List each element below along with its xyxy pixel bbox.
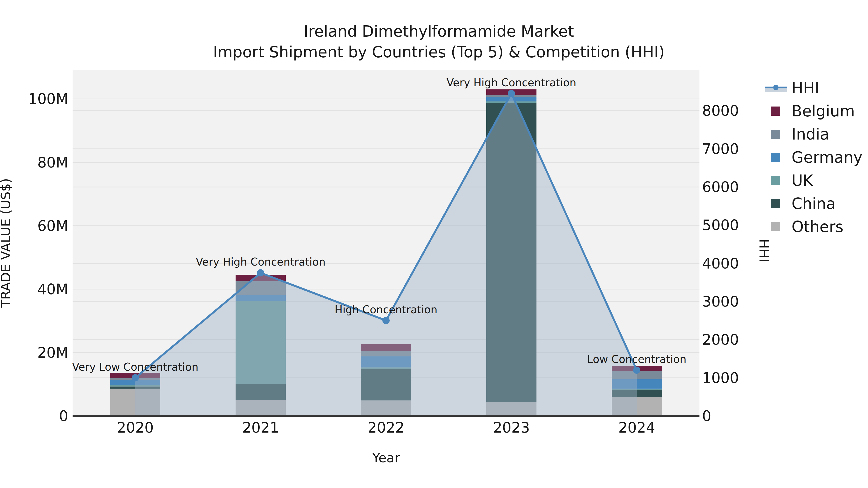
y-left-tick-0: 0 xyxy=(59,408,68,424)
x-tick-2022: 2022 xyxy=(368,419,405,436)
legend-label-india: India xyxy=(792,125,830,143)
legend-label-belgium: Belgium xyxy=(792,102,855,120)
y-right-tick-1000: 1000 xyxy=(702,369,739,386)
chart-svg: Ireland Dimethylformamide Market Import … xyxy=(0,0,868,488)
legend-label-uk: UK xyxy=(792,171,813,189)
chart-title-line2: Import Shipment by Countries (Top 5) & C… xyxy=(213,43,665,61)
y-right-axis-title: HHI xyxy=(756,239,772,262)
y-right-tick-6000: 6000 xyxy=(702,178,739,195)
x-tick-2023: 2023 xyxy=(493,419,530,436)
annotation-2024: Low Concentration xyxy=(587,353,686,365)
legend-swatch-india xyxy=(771,130,780,139)
annotation-2020: Very Low Concentration xyxy=(72,361,198,373)
y-left-tick-20M: 20M xyxy=(37,344,68,361)
hhi-marker-2024 xyxy=(633,366,641,374)
legend-label-germany: Germany xyxy=(792,149,863,166)
figure-canvas: Ireland Dimethylformamide Market Import … xyxy=(0,0,868,488)
x-tick-2024: 2024 xyxy=(618,419,655,436)
y-left-axis-title: TRADE VALUE (US$) xyxy=(0,178,13,308)
annotation-2022: High Concentration xyxy=(335,303,437,316)
legend-swatch-others xyxy=(771,222,780,231)
legend-label-others: Others xyxy=(792,218,843,236)
y-left-tick-80M: 80M xyxy=(37,154,68,171)
legend-swatch-uk xyxy=(771,176,780,185)
y-left-tick-100M: 100M xyxy=(28,90,68,107)
x-axis-title: Year xyxy=(372,450,400,465)
x-tick-2020: 2020 xyxy=(117,419,154,436)
annotation-2023: Very High Concentration xyxy=(446,76,576,89)
y-right-tick-4000: 4000 xyxy=(702,255,739,272)
y-right-tick-3000: 3000 xyxy=(702,293,739,310)
legend-label-china: China xyxy=(792,195,836,213)
y-right-tick-5000: 5000 xyxy=(702,217,739,233)
legend-swatch-hhi-marker xyxy=(773,85,779,90)
hhi-marker-2022 xyxy=(382,317,390,324)
legend-label-hhi: HHI xyxy=(792,79,819,97)
chart-title-line1: Ireland Dimethylformamide Market xyxy=(304,23,574,40)
legend-swatch-belgium xyxy=(771,106,780,116)
hhi-marker-2021 xyxy=(257,269,264,276)
legend-swatch-germany xyxy=(771,153,780,162)
y-right-tick-7000: 7000 xyxy=(702,140,739,157)
hhi-marker-2020 xyxy=(132,374,139,382)
legend-swatch-china xyxy=(771,199,780,208)
y-right-tick-2000: 2000 xyxy=(702,331,739,348)
x-tick-2021: 2021 xyxy=(242,419,279,436)
y-left-tick-60M: 60M xyxy=(37,217,68,234)
annotation-2021: Very High Concentration xyxy=(196,256,326,268)
y-left-tick-40M: 40M xyxy=(37,281,68,298)
legend-group: HHIBelgiumIndiaGermanyUKChinaOthers xyxy=(765,79,863,236)
y-right-tick-0: 0 xyxy=(702,408,711,424)
y-right-tick-8000: 8000 xyxy=(702,102,739,119)
hhi-marker-2023 xyxy=(508,90,515,97)
